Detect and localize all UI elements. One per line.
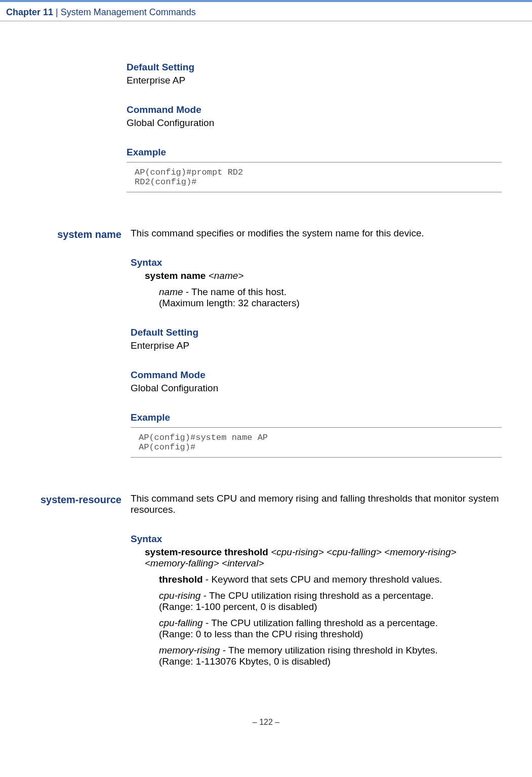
chapter-title: System Management Commands — [61, 7, 196, 17]
chapter-number: Chapter 11 — [6, 7, 53, 17]
syntax-line: system name <name> — [145, 270, 502, 281]
page-footer: – 122 – — [30, 718, 502, 742]
command-body: This command specifies or modifies the s… — [131, 228, 502, 458]
command-label: system-resource — [30, 493, 131, 506]
syntax-heading: Syntax — [131, 257, 502, 268]
param-range: (Maximum length: 32 characters) — [159, 298, 300, 308]
default-setting-heading: Default Setting — [127, 62, 502, 73]
syntax-heading: Syntax — [131, 534, 502, 545]
command-description: This command specifies or modifies the s… — [131, 228, 502, 239]
page-number: – 122 – — [253, 718, 279, 726]
content-block: Default Setting Enterprise AP Command Mo… — [127, 62, 502, 192]
param-range: (Range: 1-100 percent, 0 is disabled) — [159, 601, 317, 612]
default-setting-value: Enterprise AP — [131, 340, 502, 351]
syntax-param: cpu-falling - The CPU utilization fallin… — [159, 618, 502, 640]
syntax-line: system-resource threshold <cpu-rising> <… — [145, 547, 502, 569]
example-code-block: AP(config)#system name AP AP(config)# — [131, 427, 502, 458]
syntax-param: memory-rising - The memory utilization r… — [159, 645, 502, 667]
param-desc: - The CPU utilization falling threshold … — [203, 618, 438, 628]
param-name: name — [159, 287, 183, 297]
default-setting-heading: Default Setting — [131, 327, 502, 338]
command-mode-value: Global Configuration — [131, 383, 502, 394]
syntax-param: cpu-rising - The CPU utilization rising … — [159, 590, 502, 612]
example-heading: Example — [127, 147, 502, 158]
syntax-cmd: system name — [145, 270, 206, 281]
command-body: This command sets CPU and memory rising … — [131, 493, 502, 672]
param-desc: - The name of this host. — [183, 287, 287, 297]
example-heading: Example — [131, 412, 502, 423]
command-mode-heading: Command Mode — [127, 104, 502, 115]
command-row-system-name: system name This command specifies or mo… — [30, 228, 502, 458]
syntax-param: name - The name of this host. (Maximum l… — [159, 287, 502, 309]
param-range: (Range: 0 to less than the CPU rising th… — [159, 629, 363, 639]
param-desc: - The CPU utilization rising threshold a… — [200, 590, 433, 601]
command-description: This command sets CPU and memory rising … — [131, 493, 502, 515]
example-code-block: AP(config)#prompt RD2 RD2(config)# — [127, 162, 502, 192]
default-setting-value: Enterprise AP — [127, 75, 502, 86]
param-name: cpu-falling — [159, 618, 203, 628]
param-desc: - Keyword that sets CPU and memory thres… — [203, 574, 442, 585]
param-name: threshold — [159, 574, 203, 585]
syntax-param: threshold - Keyword that sets CPU and me… — [159, 574, 502, 585]
command-mode-value: Global Configuration — [127, 117, 502, 129]
param-range: (Range: 1-113076 Kbytes, 0 is disabled) — [159, 656, 331, 667]
page-header: Chapter 11 | System Management Commands — [0, 0, 532, 21]
chapter-label: Chapter 11 | System Management Commands — [6, 7, 196, 17]
param-desc: - The memory utilization rising threshol… — [220, 645, 438, 656]
command-mode-heading: Command Mode — [131, 370, 502, 381]
syntax-cmd: system-resource threshold — [145, 547, 268, 557]
command-label: system name — [30, 228, 131, 240]
syntax-arg: <name> — [206, 270, 243, 281]
command-row-system-resource: system-resource This command sets CPU an… — [30, 493, 502, 672]
main-content: Default Setting Enterprise AP Command Mo… — [0, 21, 532, 762]
param-name: cpu-rising — [159, 590, 200, 601]
param-name: memory-rising — [159, 645, 220, 656]
